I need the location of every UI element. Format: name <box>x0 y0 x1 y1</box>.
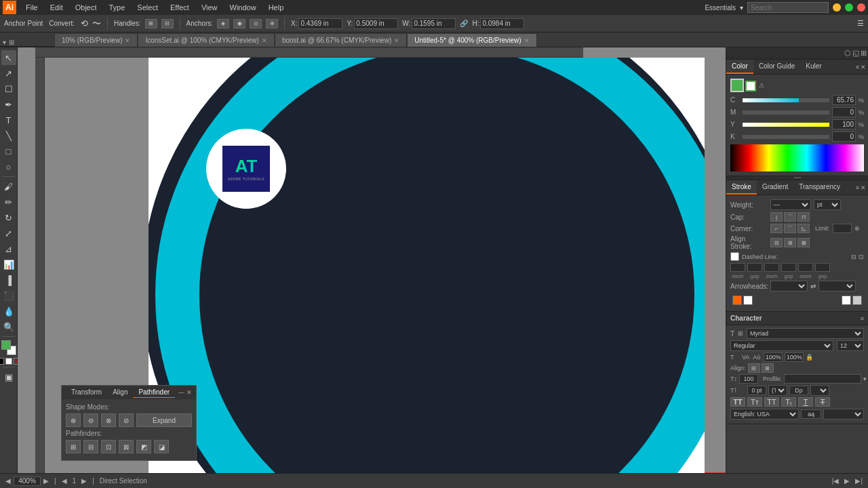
color-panel-menu[interactable]: ≡ <box>856 64 859 70</box>
fill-swatch[interactable] <box>1 340 11 350</box>
baseline-select2[interactable] <box>810 385 829 396</box>
limit-input[interactable] <box>833 224 852 233</box>
line-tool[interactable]: ╲ <box>1 128 16 143</box>
shape-mode-1[interactable]: ⊕ <box>66 413 81 427</box>
m-slider[interactable] <box>743 110 829 115</box>
pathfinder-6[interactable]: ◪ <box>154 440 169 453</box>
dashed-checkbox[interactable] <box>730 252 739 261</box>
pen-tool[interactable]: ✒ <box>1 97 16 112</box>
shear-tool[interactable]: ⊿ <box>1 241 16 256</box>
anchors-icon3[interactable]: ◎ <box>250 19 262 28</box>
graph-tool[interactable]: 📊 <box>1 257 16 272</box>
align-center[interactable]: ⊟ <box>770 238 783 247</box>
arrange-icon[interactable]: ⊞ <box>9 39 14 46</box>
panel-icon-2[interactable]: ◱ <box>852 49 859 58</box>
tt-btn-1[interactable]: TT <box>730 397 745 407</box>
font-select[interactable]: Myriad <box>747 328 864 339</box>
swatch-orange[interactable] <box>732 296 742 305</box>
baseline-select[interactable]: (T) <box>768 385 787 396</box>
close-button[interactable] <box>857 3 865 12</box>
transform-tab[interactable]: Transform <box>66 387 107 398</box>
pencil-tool[interactable]: ✏ <box>1 195 16 209</box>
tt-btn-6[interactable]: T <box>815 397 830 407</box>
playback-play[interactable]: ▶ <box>844 477 850 485</box>
menu-object[interactable]: Object <box>70 2 102 13</box>
anchors-icon4[interactable]: ⊕ <box>266 19 278 28</box>
kuler-tab[interactable]: Kuler <box>800 60 827 74</box>
zoom-left-icon[interactable]: ◀ <box>5 477 11 485</box>
aa-input[interactable] <box>801 409 821 419</box>
warning-icon[interactable]: ⚠ <box>759 82 764 89</box>
fill-box[interactable] <box>730 79 744 92</box>
m-input[interactable] <box>832 107 856 117</box>
text-tool[interactable]: T <box>1 113 16 127</box>
zoom-right-icon[interactable]: ▶ <box>43 477 49 485</box>
eyedropper-tool[interactable]: 💧 <box>1 304 16 319</box>
tab-1-close[interactable]: ✕ <box>125 37 130 44</box>
corner-round[interactable]: ⌒ <box>784 224 796 233</box>
artboard-nav-left[interactable]: ◀ <box>62 477 67 485</box>
arrow-end[interactable] <box>818 281 856 291</box>
cap-round[interactable]: ⌒ <box>784 212 796 222</box>
panel-collapse-icon[interactable]: ▾ <box>3 39 6 46</box>
workspace-dropdown-icon[interactable]: ▾ <box>740 4 743 12</box>
y-input[interactable] <box>354 18 398 29</box>
size-select[interactable]: 12 <box>837 340 864 351</box>
shape-mode-4[interactable]: ⊘ <box>119 413 134 427</box>
pathfinder-4[interactable]: ⊠ <box>119 440 134 453</box>
white-swatch[interactable] <box>5 358 12 365</box>
character-menu[interactable]: ≡ <box>861 315 864 322</box>
menu-select[interactable]: Select <box>132 2 163 13</box>
align-tab[interactable]: Align <box>107 387 133 398</box>
tt-btn-5[interactable]: T <box>798 397 813 407</box>
gap3[interactable] <box>815 263 830 272</box>
c-input[interactable] <box>832 95 856 105</box>
y-input[interactable] <box>832 119 856 129</box>
minimize-button[interactable] <box>833 3 841 12</box>
anchors-icon1[interactable]: ◈ <box>217 19 229 28</box>
color-panel-close[interactable]: ✕ <box>861 64 866 70</box>
tab-2-close[interactable]: ✕ <box>262 37 267 44</box>
artboard-nav-right[interactable]: ▶ <box>81 477 87 485</box>
w-input[interactable] <box>412 18 456 29</box>
gradient-tool[interactable]: ⬛ <box>1 288 16 303</box>
stroke-tab[interactable]: Stroke <box>726 180 757 195</box>
dash3[interactable] <box>798 263 813 272</box>
more-options-icon[interactable]: ☰ <box>857 19 864 28</box>
selection-tool[interactable]: ↖ <box>1 50 16 65</box>
convert-icon[interactable]: ⟲ <box>81 18 88 28</box>
zoom-input[interactable] <box>14 476 41 486</box>
lang-extra[interactable] <box>823 409 864 420</box>
pathfinder-3[interactable]: ⊡ <box>101 440 116 453</box>
screen-mode-tool[interactable]: ▣ <box>1 369 16 384</box>
color-guide-tab[interactable]: Color Guide <box>753 60 800 74</box>
panel-icon-1[interactable]: ⬡ <box>844 49 851 58</box>
tt-btn-3[interactable]: TT <box>764 397 779 407</box>
k-input[interactable] <box>832 131 856 142</box>
k-slider[interactable] <box>743 135 829 139</box>
dashed-icons[interactable]: ⊟ ⊡ <box>851 253 864 260</box>
scale-lock[interactable]: 🔒 <box>806 354 813 361</box>
x-input[interactable] <box>298 18 342 29</box>
menu-effect[interactable]: Effect <box>165 2 195 13</box>
tt-btn-2[interactable]: Tт <box>747 397 762 407</box>
style-select[interactable]: Regular <box>730 340 833 351</box>
panel-icon-3[interactable]: ⊞ <box>861 49 867 58</box>
pathfinder-1[interactable]: ⊞ <box>66 440 81 453</box>
smooth-icon[interactable]: 〜 <box>92 18 101 30</box>
profile-input[interactable] <box>784 374 861 384</box>
rotate-tool[interactable]: ↻ <box>1 210 16 225</box>
menu-file[interactable]: File <box>20 2 43 13</box>
weight-select[interactable]: — <box>770 199 811 210</box>
color-tab[interactable]: Color <box>726 60 753 74</box>
page-tool[interactable]: ☐ <box>1 81 16 96</box>
stroke-panel-menu[interactable]: ≡ <box>856 184 859 191</box>
y-slider[interactable] <box>743 123 829 127</box>
align-inside[interactable]: ⊞ <box>784 238 796 247</box>
column-graph-tool[interactable]: ▐ <box>1 272 16 287</box>
baseline-input[interactable] <box>747 386 766 395</box>
shape-mode-2[interactable]: ⊖ <box>83 413 98 427</box>
fill-stroke-swatches[interactable] <box>1 340 16 355</box>
corner-bevel[interactable]: ◺ <box>797 224 810 233</box>
weight-unit[interactable]: pt <box>814 199 841 210</box>
